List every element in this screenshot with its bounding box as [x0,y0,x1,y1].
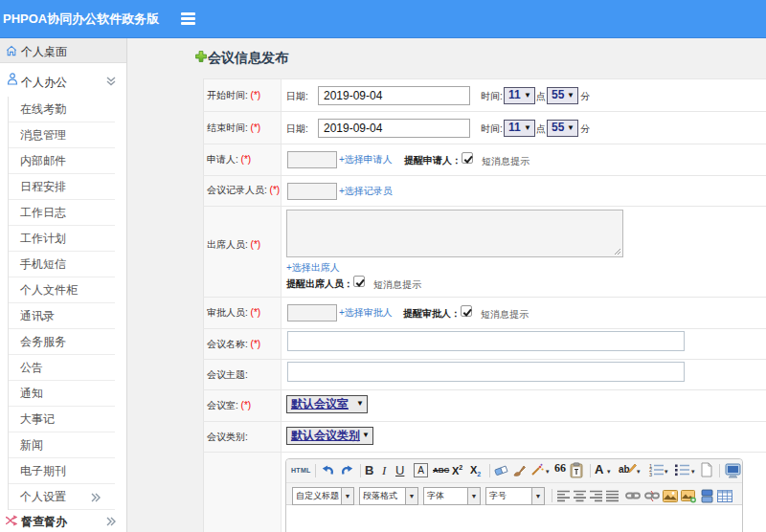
svg-text:3: 3 [649,472,652,477]
